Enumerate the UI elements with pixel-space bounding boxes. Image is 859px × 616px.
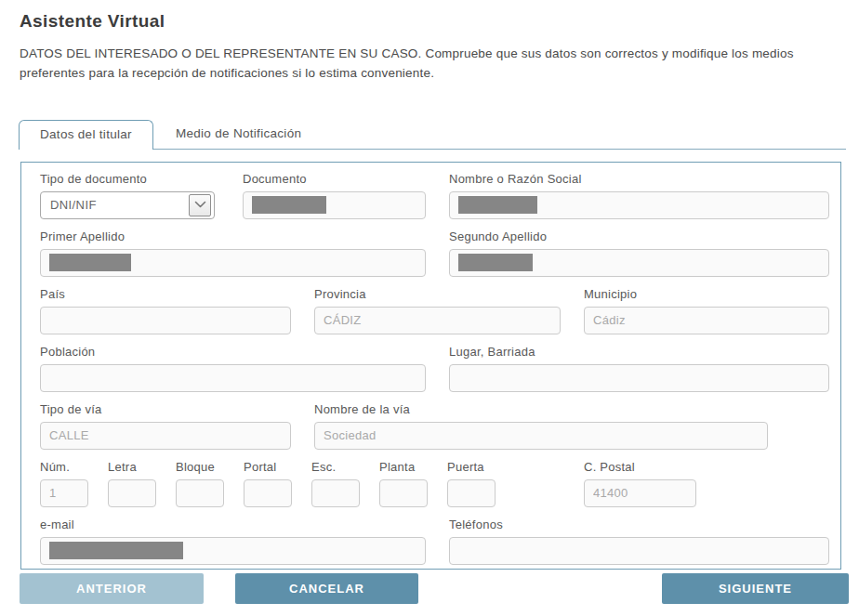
chevron-down-icon[interactable] xyxy=(189,194,211,216)
asistente-virtual-page: Asistente Virtual DATOS DEL INTERESADO O… xyxy=(0,0,859,570)
esc-field[interactable] xyxy=(311,479,360,507)
tipo-documento-value: DNI/NIF xyxy=(50,198,97,212)
puerta-field[interactable] xyxy=(447,479,496,507)
primer-apellido-field[interactable] xyxy=(40,249,426,277)
municipio-field[interactable] xyxy=(584,307,829,334)
lugar-barriada-label: Lugar, Barriada xyxy=(449,345,829,360)
form-row-1: Tipo de documento DNI/NIF Documento Nomb… xyxy=(40,172,829,219)
lugar-barriada-field[interactable] xyxy=(449,364,829,392)
redaction-block xyxy=(252,196,326,214)
form-row-3: País Provincia Municipio xyxy=(40,287,829,334)
redaction-block xyxy=(458,254,533,271)
planta-label: Planta xyxy=(379,460,428,475)
tipo-documento-select[interactable]: DNI/NIF xyxy=(40,191,215,219)
telefonos-label: Teléfonos xyxy=(449,518,829,532)
form-row-4: Población Lugar, Barriada xyxy=(40,345,829,392)
form-row-2: Primer Apellido Segundo Apellido xyxy=(40,229,829,277)
poblacion-field[interactable] xyxy=(40,364,426,392)
form-row-5: Tipo de vía Nombre de la vía xyxy=(40,402,829,450)
portal-field[interactable] xyxy=(244,479,292,507)
segundo-apellido-field[interactable] xyxy=(449,249,829,277)
nombre-via-field[interactable] xyxy=(314,422,768,450)
pais-field[interactable] xyxy=(40,307,291,334)
bloque-field[interactable] xyxy=(176,479,224,507)
tab-datos-del-titular[interactable]: Datos del titular xyxy=(19,120,153,150)
puerta-label: Puerta xyxy=(447,460,496,475)
form-row-6: Núm. Letra Bloque Portal Esc. Planta xyxy=(40,460,829,507)
tab-medio-de-notificacion[interactable]: Medio de Notificación xyxy=(153,120,324,149)
page-description: DATOS DEL INTERESADO O DEL REPRESENTANTE… xyxy=(20,45,848,84)
poblacion-label: Población xyxy=(40,345,426,360)
tipo-documento-label: Tipo de documento xyxy=(40,172,215,187)
planta-field[interactable] xyxy=(379,479,428,507)
redaction-block xyxy=(49,542,183,559)
tab-bar: Datos del titular Medio de Notificación xyxy=(19,121,846,150)
documento-field[interactable] xyxy=(243,191,426,219)
letra-field[interactable] xyxy=(108,479,156,507)
nombre-razon-social-field[interactable] xyxy=(449,191,829,219)
telefonos-field[interactable] xyxy=(449,537,829,565)
cancelar-button[interactable]: CANCELAR xyxy=(235,573,418,604)
c-postal-label: C. Postal xyxy=(584,460,696,475)
num-label: Núm. xyxy=(40,460,88,475)
segundo-apellido-label: Segundo Apellido xyxy=(449,229,829,244)
municipio-label: Municipio xyxy=(584,287,829,302)
email-field[interactable] xyxy=(40,537,426,565)
nombre-via-label: Nombre de la vía xyxy=(314,402,768,417)
provincia-field[interactable] xyxy=(314,307,561,334)
esc-label: Esc. xyxy=(311,460,360,475)
form-panel: Tipo de documento DNI/NIF Documento Nomb… xyxy=(20,162,841,570)
c-postal-field[interactable] xyxy=(584,479,696,507)
email-label: e-mail xyxy=(40,518,426,532)
provincia-label: Provincia xyxy=(314,287,561,302)
anterior-button[interactable]: ANTERIOR xyxy=(20,573,204,604)
tipo-via-field[interactable] xyxy=(40,422,291,450)
bloque-label: Bloque xyxy=(176,460,224,475)
portal-label: Portal xyxy=(244,460,292,475)
redaction-block xyxy=(458,196,537,214)
letra-label: Letra xyxy=(108,460,156,475)
siguiente-button[interactable]: SIGUIENTE xyxy=(662,573,849,604)
documento-label: Documento xyxy=(243,172,426,187)
page-title: Asistente Virtual xyxy=(20,11,859,32)
redaction-block xyxy=(49,254,131,271)
primer-apellido-label: Primer Apellido xyxy=(40,229,426,244)
form-row-7: e-mail Teléfonos xyxy=(40,518,829,565)
tipo-via-label: Tipo de vía xyxy=(40,402,291,417)
num-field[interactable] xyxy=(40,479,88,507)
nombre-razon-social-label: Nombre o Razón Social xyxy=(449,172,829,187)
pais-label: País xyxy=(40,287,291,302)
